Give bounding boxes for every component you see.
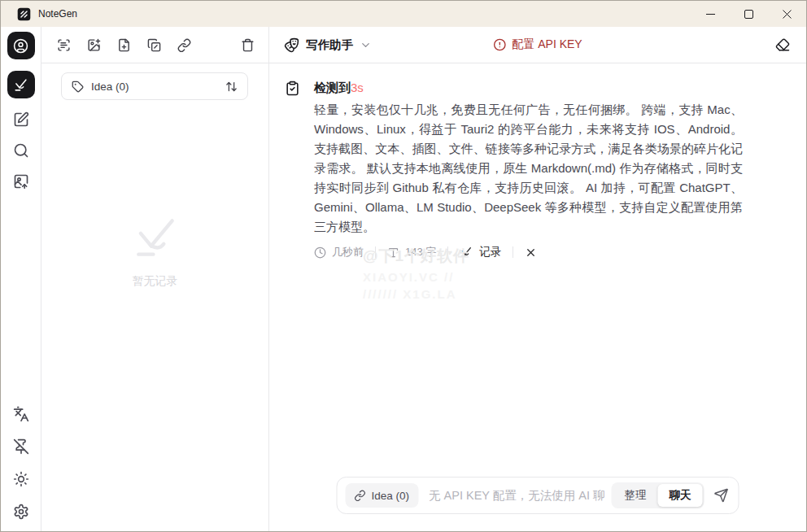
assistant-header: 写作助手 配置 API KEY <box>269 27 806 63</box>
clear-chat-button[interactable] <box>775 37 790 52</box>
theme-toggle-button[interactable] <box>11 469 31 489</box>
app-title: NoteGen <box>38 8 77 20</box>
detected-note-card: 检测到3s 轻量，安装包仅十几兆，免费且无任何广告，无任何捆绑。 跨端，支持 M… <box>269 63 806 259</box>
watermark-line3: /////// X1G.LA <box>363 287 469 301</box>
assistant-selector[interactable]: 写作助手 <box>284 37 372 53</box>
add-link-button[interactable] <box>177 37 191 52</box>
file-plus-icon <box>117 38 131 52</box>
note-card-title: 检测到3s <box>314 80 743 96</box>
close-button[interactable] <box>768 1 806 27</box>
image-upload-icon <box>13 173 29 190</box>
tag-icon <box>72 81 84 93</box>
tag-filter-select[interactable]: Idea (0) <box>61 72 248 100</box>
window-controls <box>691 1 806 27</box>
divider <box>513 246 513 258</box>
divider <box>375 246 376 258</box>
app-window: NoteGen <box>0 0 807 532</box>
alert-circle-icon <box>493 38 506 51</box>
screenshot-capture-button[interactable] <box>56 37 71 52</box>
api-key-warning-button[interactable]: 配置 API KEY <box>493 37 582 52</box>
note-char-count: 143 字 <box>387 245 436 259</box>
add-image-button[interactable] <box>86 37 101 52</box>
sidebar-item-search[interactable] <box>11 141 31 160</box>
chevron-down-icon <box>360 39 372 51</box>
note-card-body: 轻量，安装包仅十几兆，免费且无任何广告，无任何捆绑。 跨端，支持 Mac、Win… <box>314 100 743 237</box>
send-button[interactable] <box>714 488 729 503</box>
languages-icon <box>13 406 29 422</box>
titlebar[interactable]: NoteGen <box>1 1 806 27</box>
record-note-button[interactable]: 记录 <box>460 245 501 259</box>
sidebar-item-record[interactable] <box>7 71 35 98</box>
sort-order-icon[interactable] <box>225 81 238 93</box>
signature-pen-icon <box>13 77 28 93</box>
note-card-footer: 几秒前 143 字 <box>314 245 743 259</box>
app-body: Idea (0) 暂无记录 写作助手 <box>1 27 806 531</box>
chat-input-placeholder[interactable]: 无 API KEY 配置，无法使用 AI 聊 <box>429 488 604 504</box>
divider <box>447 246 448 258</box>
empty-state-text: 暂无记录 <box>133 274 178 289</box>
sun-icon <box>13 471 29 487</box>
maximize-button[interactable] <box>730 1 768 27</box>
record-toolbar <box>41 27 268 63</box>
gear-icon <box>13 504 29 520</box>
copy-text-button[interactable] <box>146 37 161 52</box>
sidebar-item-gallery[interactable] <box>11 172 31 191</box>
note-card-content: 检测到3s 轻量，安装包仅十几兆，免费且无任何广告，无任何捆绑。 跨端，支持 M… <box>314 80 743 259</box>
user-circle-icon <box>13 38 28 54</box>
eraser-icon <box>775 37 790 52</box>
type-icon <box>387 246 399 259</box>
link-icon <box>177 38 191 52</box>
sidebar-item-account[interactable] <box>7 32 35 59</box>
note-timestamp: 几秒前 <box>314 245 364 259</box>
chat-tag-chip[interactable]: Idea (0) <box>346 483 419 508</box>
pin-off-icon <box>13 438 29 455</box>
link-icon <box>355 490 366 501</box>
chat-content-area: 检测到3s 轻量，安装包仅十几兆，免费且无任何广告，无任何捆绑。 跨端，支持 M… <box>269 63 806 531</box>
clear-records-button[interactable] <box>240 37 255 52</box>
chat-input-bar[interactable]: Idea (0) 无 API KEY 配置，无法使用 AI 聊 整理 聊天 <box>337 477 739 514</box>
record-button-label: 记录 <box>479 245 501 259</box>
copy-pen-icon <box>147 38 161 52</box>
search-icon <box>13 142 29 159</box>
image-plus-icon <box>87 38 101 52</box>
main-panel: 写作助手 配置 API KEY <box>269 27 806 531</box>
scan-text-icon <box>57 38 71 52</box>
clipboard-check-icon <box>285 81 300 259</box>
minimize-button[interactable] <box>691 1 730 27</box>
record-pen-icon <box>460 246 473 259</box>
api-key-warning-text: 配置 API KEY <box>512 37 582 52</box>
sidebar-item-write[interactable] <box>11 110 31 129</box>
chat-tag-label: Idea (0) <box>372 490 410 502</box>
dismiss-note-button[interactable] <box>525 246 537 259</box>
clock-icon <box>314 246 326 259</box>
trash-icon <box>241 38 255 52</box>
assistant-name: 写作助手 <box>306 37 353 53</box>
detected-label: 检测到 <box>314 81 351 94</box>
sidebar-bottom-group <box>11 404 31 521</box>
countdown-timer: 3s <box>351 81 364 94</box>
notes-panel: Idea (0) 暂无记录 <box>41 27 269 531</box>
note-time-text: 几秒前 <box>332 245 364 259</box>
edit-square-icon <box>13 111 29 128</box>
empty-state: 暂无记录 <box>41 212 268 289</box>
app-logo-icon <box>17 7 31 21</box>
tag-filter-label: Idea (0) <box>91 81 129 93</box>
watermark-line2: XIAOYI.VC // <box>363 270 469 284</box>
add-file-button[interactable] <box>116 37 131 52</box>
close-x-icon <box>525 246 537 259</box>
char-count-text: 143 字 <box>405 245 436 259</box>
settings-button[interactable] <box>11 502 31 521</box>
send-plane-icon <box>714 488 729 503</box>
empty-pen-icon <box>130 212 181 263</box>
pin-toggle-button[interactable] <box>11 437 31 456</box>
chat-mode-switch: 整理 聊天 <box>612 482 704 508</box>
left-sidebar <box>1 27 41 531</box>
language-switch-button[interactable] <box>11 404 31 424</box>
mode-chat-tab[interactable]: 聊天 <box>658 484 703 507</box>
drama-masks-icon <box>284 37 299 53</box>
mode-organize-tab[interactable]: 整理 <box>613 484 658 507</box>
